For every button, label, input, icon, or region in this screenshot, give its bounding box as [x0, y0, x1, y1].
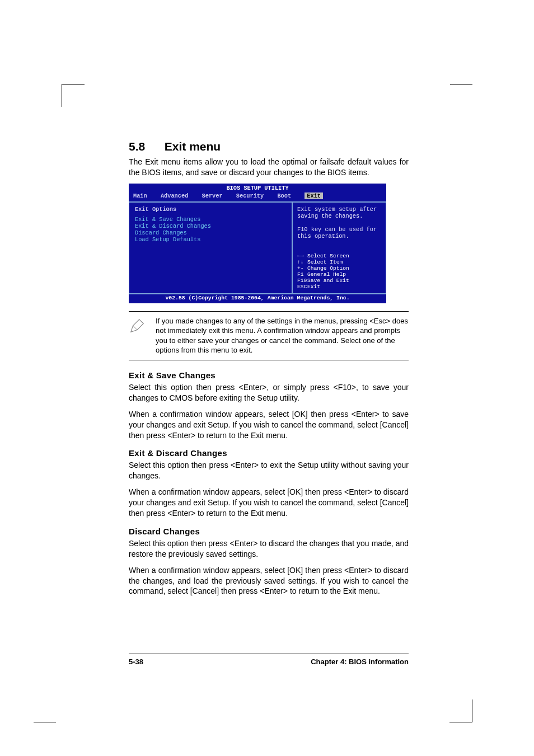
tab-server[interactable]: Server — [202, 192, 223, 199]
menu-item[interactable]: Discard Changes — [135, 229, 286, 236]
tab-security[interactable]: Security — [236, 192, 264, 199]
tab-exit[interactable]: Exit — [305, 192, 323, 199]
bios-right-pane: Exit system setup after saving the chang… — [292, 203, 386, 293]
f1-key: F1 — [297, 271, 307, 278]
key-label: Save and Exit — [307, 278, 349, 284]
menu-item[interactable]: Exit & Discard Changes — [135, 223, 286, 229]
paragraph: Select this option then press <Enter> to… — [129, 460, 409, 481]
paragraph: When a confirmation window appears, sele… — [129, 487, 409, 519]
subheading-discard: Discard Changes — [129, 527, 409, 536]
page-footer: 5-38 Chapter 4: BIOS information — [129, 654, 409, 666]
pencil-note-icon — [129, 317, 146, 334]
bios-key-legend: ←→Select Screen ↑↓Select Item +-Change O… — [297, 253, 381, 290]
bios-menubar: Main Advanced Server Security Boot Exit — [129, 191, 386, 201]
paragraph: When a confirmation window appears, sele… — [129, 409, 409, 441]
paragraph: Select this option then press <Enter> to… — [129, 538, 409, 560]
bios-left-pane: Exit Options Exit & Save Changes Exit & … — [129, 203, 292, 293]
section-number: 5.8 — [129, 140, 161, 153]
exit-options-header: Exit Options — [135, 206, 286, 213]
section-title: Exit menu — [165, 140, 221, 153]
crop-mark — [34, 699, 56, 722]
paragraph: When a confirmation window appears, sele… — [129, 565, 409, 597]
note-block: If you made changes to any of the settin… — [129, 311, 409, 360]
key-label: Change Option — [307, 265, 349, 271]
menu-item[interactable]: Load Setup Defaults — [135, 236, 286, 243]
arrow-ud-icon: ↑↓ — [297, 259, 307, 265]
arrow-lr-icon: ←→ — [297, 253, 307, 259]
tab-boot[interactable]: Boot — [277, 192, 291, 199]
subheading-exit-save: Exit & Save Changes — [129, 370, 409, 380]
f10-key: F10 — [297, 278, 307, 284]
key-label: Select Item — [307, 259, 343, 265]
crop-mark — [62, 84, 85, 107]
section-heading: 5.8 Exit menu — [129, 140, 409, 153]
crop-mark — [449, 699, 472, 722]
bios-title: BIOS SETUP UTILITY — [129, 184, 386, 191]
paragraph: Select this option then press <Enter>, o… — [129, 382, 409, 403]
bios-copyright: v02.58 (C)Copyright 1985-2004, American … — [129, 294, 386, 303]
bios-help-text: Exit system setup after saving the chang… — [297, 206, 381, 240]
intro-paragraph: The Exit menu items allow you to load th… — [129, 157, 409, 178]
crop-mark — [450, 84, 472, 107]
note-text: If you made changes to any of the settin… — [156, 316, 409, 355]
tab-main[interactable]: Main — [133, 192, 147, 199]
menu-item[interactable]: Exit & Save Changes — [135, 216, 286, 223]
bios-screen: BIOS SETUP UTILITY Main Advanced Server … — [129, 184, 386, 303]
tab-advanced[interactable]: Advanced — [161, 192, 188, 199]
page-number: 5-38 — [129, 658, 143, 666]
key-label: General Help — [307, 271, 346, 278]
key-label: Select Screen — [307, 253, 349, 259]
key-label: Exit — [307, 284, 320, 290]
esc-key: ESC — [297, 284, 307, 290]
chapter-label: Chapter 4: BIOS information — [311, 658, 409, 666]
plusminus-icon: +- — [297, 265, 307, 271]
subheading-exit-discard: Exit & Discard Changes — [129, 448, 409, 458]
